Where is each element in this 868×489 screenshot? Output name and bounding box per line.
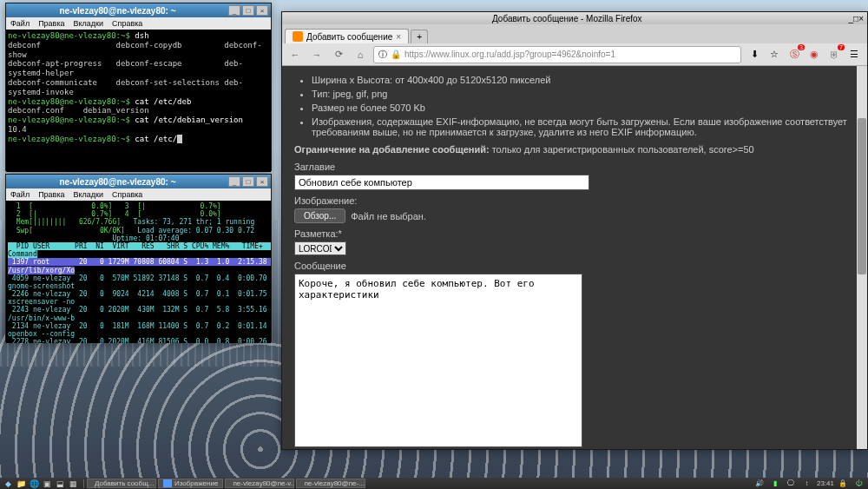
clock[interactable]: 23:41 — [817, 479, 834, 487]
download-icon[interactable]: ⬇ — [746, 46, 763, 63]
browse-button[interactable]: Обзор... — [294, 208, 345, 223]
logout-icon[interactable]: ⏻ — [852, 478, 864, 489]
list-item: Ширина x Высота: от 400x400 до 5120x5120… — [312, 75, 855, 85]
menu-icon[interactable]: ☰ — [845, 46, 863, 63]
titlebar[interactable]: ne-vlezay80@ne-vlezay80: ~ _ □ × — [6, 3, 271, 17]
title-label: Заглавие — [294, 162, 855, 172]
terminal-window-1[interactable]: ne-vlezay80@ne-vlezay80: ~ _ □ × Файл Пр… — [5, 3, 272, 171]
titlebar[interactable]: Добавить сообщение - Mozilla Firefox _ □… — [282, 12, 867, 24]
minimize-button[interactable]: _ — [228, 5, 240, 16]
taskbar: ◆ 📁 🌐 ▣ ⬓ ▦ Добавить сообщ...Изображение… — [0, 478, 868, 489]
file-manager-icon[interactable]: 📁 — [16, 478, 27, 489]
lock-icon: 🔒 — [391, 50, 401, 59]
favicon-icon — [293, 31, 303, 42]
url-bar[interactable]: ⓘ 🔒 https://www.linux.org.ru/add.jsp?gro… — [373, 46, 741, 63]
list-item: Тип: jpeg, gif, png — [312, 89, 855, 99]
list-item: Размер не более 5070 Kb — [312, 102, 855, 113]
window-title: Добавить сообщение - Mozilla Firefox — [286, 14, 849, 23]
message-textarea[interactable] — [294, 274, 582, 447]
page-content: Ширина x Высота: от 400x400 до 5120x5120… — [282, 66, 867, 449]
maximize-button[interactable]: □ — [242, 5, 254, 16]
lock-icon[interactable]: 🔒 — [837, 478, 848, 489]
menu-file[interactable]: Файл — [10, 19, 30, 28]
back-button[interactable]: ← — [286, 46, 304, 63]
nav-toolbar: ← → ⟳ ⌂ ⓘ 🔒 https://www.linux.org.ru/add… — [282, 43, 867, 66]
menu-edit[interactable]: Правка — [38, 190, 64, 199]
maximize-button[interactable]: □ — [242, 176, 254, 187]
close-button[interactable]: × — [256, 5, 268, 16]
close-button[interactable]: × — [858, 14, 864, 23]
scrollbar[interactable] — [857, 66, 867, 449]
taskbar-task[interactable]: Добавить сообщ... — [87, 479, 156, 488]
minimize-button[interactable]: _ — [228, 176, 240, 187]
list-item: Изображения, содержащие EXIF-информацию,… — [312, 116, 855, 137]
message-label: Сообщение — [294, 261, 855, 271]
restriction-label: Ограничение на добавление сообщений: — [294, 144, 490, 155]
forward-button[interactable]: → — [308, 46, 326, 63]
noscript-icon[interactable]: Ⓢ3 — [786, 46, 803, 63]
menu-edit[interactable]: Правка — [38, 19, 64, 28]
menubar: Файл Правка Вкладки Справка — [6, 17, 271, 30]
window-title: ne-vlezay80@ne-vlezay80: ~ — [9, 6, 227, 16]
taskbar-task[interactable]: ne-vlezay80@ne-... — [296, 479, 365, 488]
window-title: ne-vlezay80@ne-vlezay80: ~ — [9, 177, 227, 187]
menu-tabs[interactable]: Вкладки — [74, 190, 104, 199]
title-input[interactable] — [294, 175, 589, 190]
scrollbar-thumb[interactable] — [858, 118, 866, 274]
terminal-content[interactable]: ne-vlezay80@ne-vlezay80:~$ dsh debconf d… — [6, 30, 271, 172]
reload-button[interactable]: ⟳ — [330, 46, 347, 63]
menu-help[interactable]: Справка — [112, 190, 142, 199]
adblock-icon[interactable]: ◉ — [806, 46, 823, 63]
shield-icon[interactable]: ⛨7 — [825, 46, 843, 63]
volume-icon[interactable]: 🔊 — [754, 478, 766, 489]
url-text: https://www.linux.org.ru/add.jsp?group=4… — [404, 50, 615, 59]
minimize-all-icon[interactable]: ⬓ — [55, 478, 66, 489]
monitor-icon[interactable]: 🖵 — [786, 478, 797, 489]
markup-label: Разметка:* — [294, 228, 855, 239]
terminal-window-2[interactable]: ne-vlezay80@ne-vlezay80: ~ _ □ × Файл Пр… — [5, 174, 272, 342]
network-icon[interactable]: ↕ — [801, 478, 812, 489]
taskbar-task[interactable]: Изображение — [158, 479, 223, 488]
tab-close-icon[interactable]: × — [396, 32, 401, 42]
desktop-switcher-icon[interactable]: ▦ — [68, 478, 79, 489]
battery-icon[interactable]: ▮ — [770, 478, 781, 489]
requirements-list: Ширина x Высота: от 400x400 до 5120x5120… — [312, 75, 855, 137]
menubar: Файл Правка Вкладки Справка — [6, 188, 271, 201]
restriction-text: только для зарегистрированных пользовате… — [490, 144, 754, 155]
home-button[interactable]: ⌂ — [352, 46, 369, 63]
markup-select[interactable]: LORCODE — [294, 241, 346, 255]
bookmark-icon[interactable]: ☆ — [766, 46, 783, 63]
image-label: Изображение: — [294, 195, 855, 206]
taskbar-task[interactable]: ne-vlezay80@ne-v... — [225, 479, 294, 488]
system-tray: 🔊 ▮ 🖵 ↕ 23:41 🔒 ⏻ — [754, 478, 865, 489]
titlebar[interactable]: ne-vlezay80@ne-vlezay80: ~ _ □ × — [6, 175, 271, 188]
info-icon[interactable]: ⓘ — [378, 49, 387, 61]
menu-help[interactable]: Справка — [112, 19, 142, 28]
start-menu-icon[interactable]: ◆ — [3, 478, 14, 489]
menu-file[interactable]: Файл — [10, 190, 30, 199]
file-status: Файл не выбран. — [351, 211, 426, 221]
browser-icon[interactable]: 🌐 — [29, 478, 40, 489]
new-tab-button[interactable]: + — [411, 30, 428, 43]
tab-title: Добавить сообщение — [306, 32, 392, 42]
terminal-icon[interactable]: ▣ — [42, 478, 53, 489]
tab-bar: Добавить сообщение × + — [282, 24, 867, 43]
menu-tabs[interactable]: Вкладки — [74, 19, 104, 28]
htop-content[interactable]: 1 [ 0.0%] 3 [| 0.7%] 2 [| 0.7%] 4 [ 0.0%… — [6, 201, 271, 343]
browser-tab[interactable]: Добавить сообщение × — [285, 29, 409, 43]
close-button[interactable]: × — [256, 176, 268, 187]
firefox-window[interactable]: Добавить сообщение - Mozilla Firefox _ □… — [281, 11, 868, 450]
